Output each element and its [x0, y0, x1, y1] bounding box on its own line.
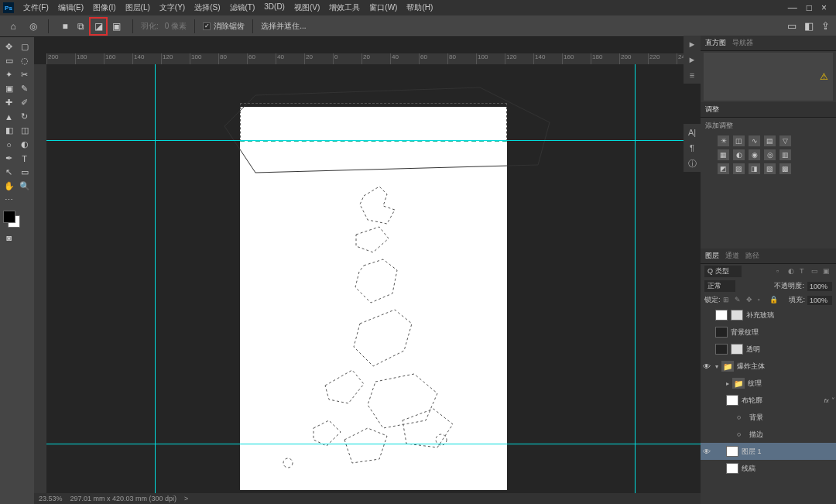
- frame-tool[interactable]: ▣: [2, 82, 16, 95]
- feather-value[interactable]: 0 像素: [165, 21, 187, 32]
- adj-threshold-icon[interactable]: ◨: [749, 163, 760, 174]
- home-icon[interactable]: ⌂: [6, 19, 20, 33]
- fill-field[interactable]: 100%: [807, 296, 832, 305]
- guide-horizontal-2[interactable]: [46, 444, 701, 444]
- artboard-tool[interactable]: ▢: [17, 40, 32, 53]
- share-icon[interactable]: ⇪: [821, 20, 830, 32]
- eraser-tool[interactable]: ◧: [2, 124, 16, 137]
- panel-toggle-icon[interactable]: ▭: [787, 20, 797, 32]
- lasso-tool-icon[interactable]: ◎: [26, 19, 40, 33]
- filter-adjust-icon[interactable]: ◐: [788, 267, 797, 276]
- layer-row[interactable]: ▸📁纹理: [701, 375, 836, 392]
- layer-row[interactable]: 👁▾📁爆炸主体: [701, 358, 836, 375]
- layer-row[interactable]: 背景纹理: [701, 324, 836, 341]
- color-swatch[interactable]: [3, 211, 20, 228]
- canvas-viewport[interactable]: [46, 64, 701, 493]
- dock-glyph-icon[interactable]: ⓘ: [685, 156, 699, 170]
- adj-brightness-icon[interactable]: ☀: [718, 135, 729, 146]
- layer-row[interactable]: 👁图层 1: [701, 443, 836, 460]
- menu-item[interactable]: 选择(S): [190, 0, 224, 15]
- dock-char-icon[interactable]: A|: [685, 125, 699, 139]
- adj-curves-icon[interactable]: ∿: [749, 135, 760, 146]
- move-tool[interactable]: ✥: [2, 40, 16, 53]
- adj-vibrance-icon[interactable]: ▽: [779, 135, 791, 146]
- history-brush-tool[interactable]: ↻: [17, 110, 32, 123]
- healing-tool[interactable]: ✚: [2, 96, 16, 109]
- warning-icon[interactable]: ⚠: [820, 71, 828, 82]
- selection-intersect-icon[interactable]: ▣: [109, 19, 123, 33]
- blend-mode-select[interactable]: 正常: [704, 280, 735, 292]
- dock-swatches-icon[interactable]: ►: [685, 53, 699, 67]
- adj-hue-icon[interactable]: ▦: [718, 149, 729, 160]
- dodge-tool[interactable]: ◐: [17, 138, 32, 151]
- tab-histogram[interactable]: 直方图: [705, 38, 726, 48]
- stamp-tool[interactable]: ▲: [2, 110, 16, 123]
- dock-styles-icon[interactable]: ≡: [685, 68, 699, 82]
- frame-icon[interactable]: ◧: [804, 20, 814, 32]
- adj-lookup-icon[interactable]: ▥: [779, 149, 791, 160]
- shape-tool[interactable]: ▭: [17, 166, 32, 179]
- horizontal-ruler[interactable]: 2001801601401201008060402002040608010012…: [46, 53, 701, 64]
- foreground-color[interactable]: [3, 211, 15, 223]
- adj-photo-icon[interactable]: ◉: [749, 149, 760, 160]
- lasso-tool[interactable]: ◌: [17, 54, 32, 67]
- layer-row[interactable]: 透明: [701, 341, 836, 358]
- menu-item[interactable]: 视图(V): [290, 0, 324, 15]
- guide-horizontal-1[interactable]: [46, 140, 701, 141]
- selection-new-icon[interactable]: ■: [58, 19, 72, 33]
- edit-toolbar[interactable]: ⋯: [2, 194, 16, 207]
- tab-channels[interactable]: 通道: [725, 251, 739, 261]
- adj-exposure-icon[interactable]: ▤: [764, 135, 776, 146]
- adj-poster-icon[interactable]: ▨: [733, 163, 745, 174]
- minimize-button[interactable]: —: [788, 2, 797, 13]
- gradient-tool[interactable]: ◫: [17, 124, 32, 137]
- layer-row[interactable]: 布轮廓fx ˅: [701, 392, 836, 409]
- path-tool[interactable]: ↖: [2, 166, 16, 179]
- dock-para-icon[interactable]: ¶: [685, 141, 699, 155]
- type-tool[interactable]: T: [17, 152, 32, 165]
- menu-item[interactable]: 3D(D): [259, 0, 290, 15]
- tab-adjustments[interactable]: 调整: [705, 105, 719, 115]
- pen-tool[interactable]: ✒: [2, 152, 16, 165]
- blur-tool[interactable]: ○: [2, 138, 16, 151]
- opacity-field[interactable]: 100%: [807, 282, 832, 291]
- menu-item[interactable]: 帮助(H): [402, 0, 437, 15]
- filter-kind-select[interactable]: Q 类型: [704, 266, 742, 277]
- visibility-toggle[interactable]: 👁: [703, 362, 712, 371]
- visibility-toggle[interactable]: 👁: [703, 447, 712, 456]
- group-chevron[interactable]: ▸: [726, 380, 729, 387]
- selection-add-icon[interactable]: ⧉: [74, 19, 87, 33]
- tab-navigator[interactable]: 导航器: [732, 38, 753, 48]
- adj-invert-icon[interactable]: ◩: [718, 163, 729, 174]
- filter-type-icon[interactable]: T: [800, 267, 809, 276]
- maximize-button[interactable]: □: [807, 2, 812, 13]
- adj-bw-icon[interactable]: ◐: [733, 149, 745, 160]
- guide-vertical-2[interactable]: [635, 64, 636, 493]
- layer-row[interactable]: ○描边: [701, 426, 836, 443]
- layer-row[interactable]: 线稿: [701, 460, 836, 477]
- zoom-tool[interactable]: 🔍: [17, 180, 32, 193]
- eyedropper-tool[interactable]: ✎: [17, 82, 32, 95]
- brush-tool[interactable]: ✐: [17, 96, 32, 109]
- adj-selective-icon[interactable]: ▩: [779, 163, 791, 174]
- menu-item[interactable]: 图像(I): [88, 0, 120, 15]
- filter-smart-icon[interactable]: ▣: [823, 267, 832, 276]
- wand-tool[interactable]: ✦: [2, 68, 16, 81]
- zoom-level[interactable]: 23.53%: [39, 495, 63, 502]
- menu-item[interactable]: 窗口(W): [365, 0, 402, 15]
- tab-paths[interactable]: 路径: [745, 251, 759, 261]
- menu-item[interactable]: 文字(Y): [155, 0, 190, 15]
- statusbar-chevron[interactable]: >: [184, 495, 188, 502]
- refine-edge-button[interactable]: 选择并遮住...: [261, 21, 306, 32]
- lock-all-icon[interactable]: 🔒: [769, 296, 779, 305]
- layer-row[interactable]: ○背景: [701, 409, 836, 426]
- filter-shape-icon[interactable]: ▭: [811, 267, 821, 276]
- menu-item[interactable]: 增效工具: [324, 0, 365, 15]
- lock-trans-icon[interactable]: ⊞: [723, 296, 732, 305]
- layer-row[interactable]: 补充玻璃: [701, 307, 836, 324]
- antialias-checkbox[interactable]: ✓ 消除锯齿: [203, 21, 245, 32]
- filter-pixel-icon[interactable]: ▫: [776, 267, 786, 276]
- quickmask-tool[interactable]: ◙: [2, 231, 16, 244]
- dock-color-icon[interactable]: ►: [685, 37, 699, 51]
- tab-layers[interactable]: 图层: [705, 251, 719, 261]
